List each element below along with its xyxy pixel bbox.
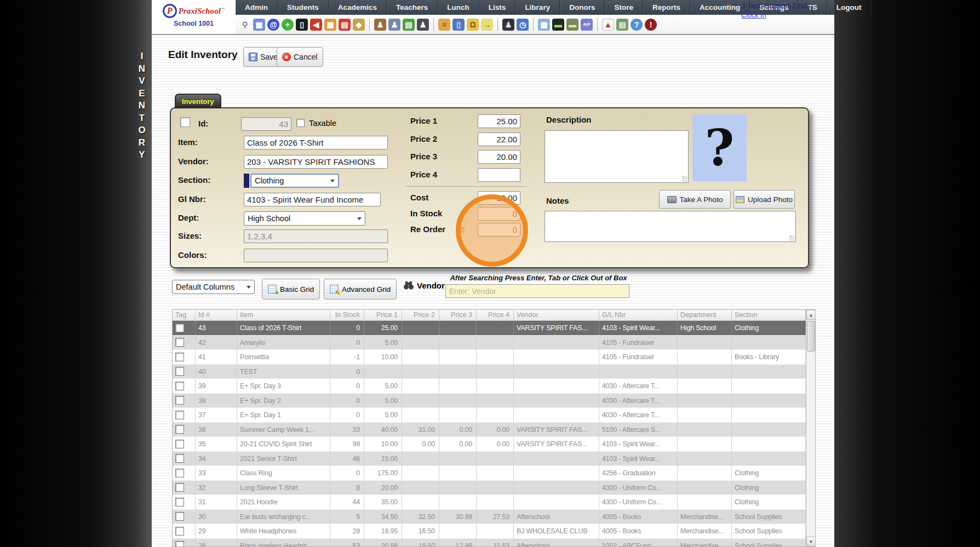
table-row-28[interactable]: 28Black wireless Headph...5320.9818.5012… [173, 539, 806, 547]
item-field[interactable] [244, 136, 388, 149]
table-row-30[interactable]: 30Ear buds w/charging c...534.5032.5030.… [173, 510, 806, 525]
ap-icon[interactable]: A/P [581, 19, 593, 31]
export-icon[interactable]: → [481, 19, 493, 31]
nav-item-store[interactable]: Store [605, 0, 643, 15]
alert-icon[interactable]: ! [645, 19, 657, 31]
id-field[interactable] [241, 117, 291, 131]
row-tag-checkbox[interactable] [175, 353, 184, 361]
sizes-field[interactable] [244, 229, 388, 243]
calendar-icon[interactable]: ▤ [339, 19, 351, 31]
col-header-price-2[interactable]: Price 2 [402, 310, 439, 320]
vertical-scrollbar[interactable]: ▲ ▼ [806, 310, 815, 546]
col-header-vendor[interactable]: Vendor [514, 310, 599, 320]
nav-item-academics[interactable]: Academics [329, 0, 387, 15]
section-select[interactable]: Clothing [250, 174, 339, 188]
colors-field[interactable] [244, 249, 388, 262]
sound-icon[interactable]: ◀ [310, 19, 322, 31]
advanced-grid-button[interactable]: ✎ Advanced Grid [324, 279, 397, 300]
col-header-tag[interactable]: Tag [173, 310, 196, 320]
take-a-photo-button[interactable]: Take A Photo [659, 190, 731, 209]
row-tag-checkbox[interactable] [175, 498, 184, 506]
student-icon[interactable]: ♟ [388, 19, 400, 31]
app-grid-icon[interactable]: ▦ [253, 19, 265, 31]
table-row-41[interactable]: 41Poinsettia-110.004105 - FundraiserBook… [173, 350, 806, 365]
re-order-field[interactable] [478, 223, 520, 237]
notebook-icon[interactable]: ▯ [452, 19, 465, 31]
table-row-31[interactable]: 312021 Hoodie4435.004300 - Uniform Co...… [173, 495, 806, 510]
table-row-34[interactable]: 342021 Senior T-Shirt4615.004103 - Spiri… [173, 452, 806, 467]
row-tag-checkbox[interactable] [175, 440, 184, 448]
col-header-price-1[interactable]: Price 1 [364, 310, 402, 320]
row-tag-checkbox[interactable] [175, 338, 184, 347]
row-tag-checkbox[interactable] [175, 382, 184, 390]
scrollbar-thumb[interactable] [807, 321, 815, 352]
row-tag-checkbox[interactable] [175, 454, 184, 463]
row-tag-checkbox[interactable] [175, 411, 184, 419]
col-header-in-stock[interactable]: In Stock [330, 310, 364, 320]
help-icon[interactable]: ? [631, 19, 643, 31]
table-row-38[interactable]: 38E+ Spr. Day 205.004030 - Aftercare T..… [173, 394, 806, 408]
gl-nbr-field[interactable] [244, 193, 381, 206]
pdf-icon[interactable]: ▲ [602, 19, 614, 31]
row-tag-checkbox[interactable] [175, 324, 184, 332]
row-tag-checkbox[interactable] [175, 541, 184, 547]
tab-inventory[interactable]: Inventory [175, 94, 221, 108]
resize-handle-icon[interactable] [789, 235, 795, 241]
row-tag-checkbox[interactable] [175, 367, 184, 376]
price1-field[interactable] [478, 114, 520, 128]
report-grid-icon[interactable]: ▦ [538, 19, 550, 31]
megaphone-icon[interactable]: ◆ [353, 19, 365, 31]
nav-item-admin[interactable]: Admin [236, 0, 278, 15]
nav-item-lists[interactable]: Lists [479, 0, 516, 15]
table-row-32[interactable]: 32Long Sleeve T-Shirt820.004300 - Unifor… [173, 481, 806, 496]
clock-in-link[interactable]: Clock In [741, 11, 766, 19]
clock-icon[interactable]: ◷ [517, 19, 529, 31]
schedule-icon[interactable]: ▦ [324, 19, 336, 31]
cancel-button[interactable]: ✕ Cancel [277, 47, 323, 67]
taxable-checkbox[interactable] [296, 119, 305, 127]
lunch-icon[interactable]: ≡ [438, 19, 450, 31]
in-stock-field[interactable] [478, 207, 520, 221]
logo-box[interactable]: P PraxiSchool™ School 1001 [152, 0, 236, 34]
fax-icon[interactable]: ▤ [616, 19, 628, 31]
table-row-40[interactable]: 40TEST0 [173, 365, 806, 379]
price3-field[interactable] [478, 150, 520, 164]
table-row-33[interactable]: 33Class Ring0175.004256 - GraduationClot… [173, 466, 806, 481]
table-row-36[interactable]: 36Summer Camp Week 1...3340.0031.000.000… [173, 423, 806, 437]
check-card-icon[interactable]: ▬ [552, 19, 564, 31]
family-icon[interactable]: ♟ [417, 19, 429, 31]
row-tag-checkbox[interactable] [175, 483, 184, 492]
table-row-37[interactable]: 37E+ Spr. Day 105.004030 - Aftercare T..… [173, 408, 806, 423]
nav-item-reports[interactable]: Reports [643, 0, 690, 15]
search-icon[interactable]: ⚲ [239, 19, 251, 31]
price2-field[interactable] [478, 133, 520, 146]
col-header-g-l-nbr[interactable]: G/L Nbr [599, 310, 678, 320]
col-header-id[interactable]: Id # [196, 310, 237, 320]
upload-photo-button[interactable]: Upload Photo [733, 190, 795, 209]
add-student-icon[interactable]: ♟ [374, 19, 386, 31]
resize-handle-icon[interactable] [682, 176, 687, 182]
col-header-price-4[interactable]: Price 4 [477, 310, 514, 320]
description-textarea[interactable] [545, 130, 689, 183]
nav-item-library[interactable]: Library [515, 0, 560, 15]
id-row-checkbox[interactable] [180, 117, 190, 127]
vendor-field[interactable] [244, 155, 388, 169]
col-header-item[interactable]: Item [237, 310, 330, 320]
chat-add-icon[interactable]: + [282, 19, 294, 31]
row-tag-checkbox[interactable] [175, 527, 184, 536]
price4-field[interactable] [478, 168, 520, 182]
nav-item-logout[interactable]: Logout [827, 0, 872, 15]
table-row-43[interactable]: 43Class of 2026 T-Shirt025.00VARSITY SPI… [173, 321, 806, 336]
money-icon[interactable]: ▤ [403, 19, 415, 31]
scroll-up-icon[interactable]: ▲ [806, 310, 816, 320]
bell-icon[interactable]: Ω [467, 19, 479, 31]
table-row-39[interactable]: 39E+ Spr. Day 305.004030 - Aftercare T..… [173, 379, 806, 394]
nav-item-donors[interactable]: Donors [560, 0, 605, 15]
notes-textarea[interactable] [545, 211, 796, 242]
print-check-icon[interactable]: ▬ [566, 19, 578, 31]
row-tag-checkbox[interactable] [175, 469, 184, 477]
col-header-price-3[interactable]: Price 3 [439, 310, 477, 320]
row-tag-checkbox[interactable] [175, 512, 184, 521]
table-row-42[interactable]: 42Amarylis05.004105 - Fundraiser [173, 336, 806, 350]
staff-icon[interactable]: ♟ [502, 19, 514, 31]
